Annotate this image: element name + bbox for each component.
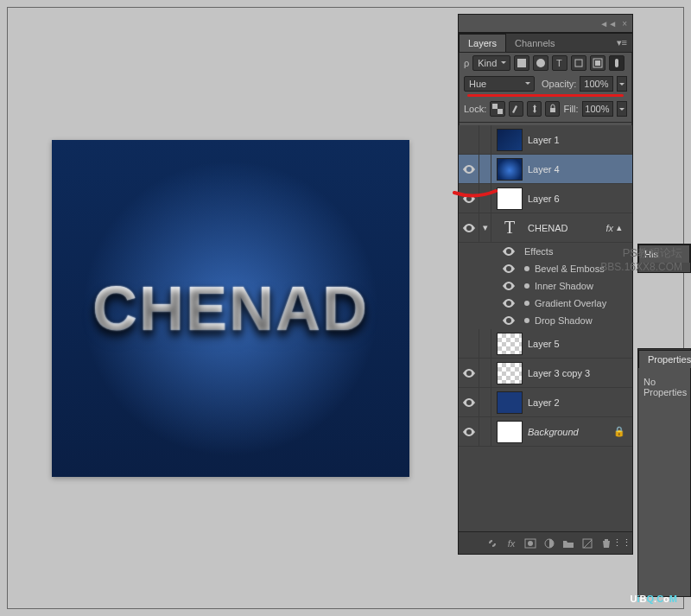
layer-name[interactable]: Layer 1 bbox=[528, 135, 632, 145]
brand-logo: UiBQ.CoM bbox=[631, 583, 677, 607]
effect-row[interactable]: Inner Shadow bbox=[498, 277, 632, 295]
lock-transparency-icon[interactable] bbox=[490, 101, 504, 117]
effect-name[interactable]: Gradient Overlay bbox=[535, 298, 606, 308]
new-layer-icon[interactable] bbox=[579, 535, 596, 552]
opacity-value[interactable]: 100% bbox=[580, 76, 612, 92]
visibility-toggle[interactable] bbox=[459, 125, 479, 154]
fx-icon[interactable]: fx bbox=[503, 535, 520, 552]
svg-rect-6 bbox=[615, 59, 618, 67]
tab-properties[interactable]: Properties bbox=[638, 350, 691, 368]
type-layer-icon[interactable]: T bbox=[497, 217, 523, 239]
layer-row[interactable]: Layer 5 bbox=[459, 329, 632, 359]
layer-name[interactable]: Layer 4 bbox=[528, 164, 632, 175]
effect-row[interactable]: Gradient Overlay bbox=[498, 295, 632, 312]
properties-body: No Properties bbox=[638, 368, 690, 406]
svg-rect-8 bbox=[498, 109, 503, 114]
layer-name[interactable]: Layer 6 bbox=[528, 194, 632, 204]
svg-rect-7 bbox=[492, 104, 498, 109]
layer-row[interactable]: Layer 3 copy 3 bbox=[459, 359, 632, 388]
layer-name[interactable]: Layer 5 bbox=[528, 339, 632, 349]
properties-panel: Properties No Properties bbox=[637, 348, 691, 597]
effect-row[interactable]: Drop Shadow bbox=[498, 312, 632, 329]
visibility-toggle[interactable] bbox=[459, 213, 479, 242]
watermark-line1: PS教程论坛 bbox=[600, 245, 682, 261]
svg-rect-9 bbox=[550, 108, 555, 112]
layer-name[interactable]: CHENAD bbox=[528, 223, 605, 233]
layer-thumbnail[interactable] bbox=[497, 362, 523, 384]
blend-mode-select[interactable]: Hue bbox=[464, 76, 535, 92]
layer-thumbnail[interactable] bbox=[497, 129, 523, 151]
expand-toggle[interactable]: ▾ bbox=[479, 213, 491, 242]
fill-dropdown[interactable] bbox=[617, 101, 627, 117]
svg-rect-3 bbox=[575, 60, 582, 67]
panel-tabs: Layers Channels ▾≡ bbox=[459, 34, 632, 53]
link-layers-icon[interactable] bbox=[484, 535, 501, 552]
fill-label: Fill: bbox=[563, 104, 578, 114]
visibility-toggle[interactable] bbox=[459, 359, 479, 387]
visibility-toggle[interactable] bbox=[459, 329, 479, 358]
collapse-icon[interactable]: ◄◄ bbox=[599, 19, 617, 29]
document-canvas[interactable]: CHENAD bbox=[52, 140, 409, 477]
mask-icon[interactable] bbox=[522, 535, 539, 552]
effect-name[interactable]: Inner Shadow bbox=[535, 281, 593, 291]
lock-pixels-icon[interactable] bbox=[509, 101, 523, 117]
layer-name[interactable]: Background bbox=[528, 427, 613, 437]
layers-list: Layer 1 Layer 4 Layer 6 ▾ T CHENAD fx ▴ … bbox=[459, 125, 632, 531]
visibility-toggle[interactable] bbox=[498, 260, 519, 277]
svg-text:T: T bbox=[556, 58, 562, 68]
layers-panel-footer: fx ⋮⋮ bbox=[459, 531, 632, 554]
layers-empty-area[interactable] bbox=[459, 447, 632, 531]
visibility-toggle[interactable] bbox=[459, 388, 479, 416]
lock-all-icon[interactable] bbox=[545, 101, 560, 117]
link-col bbox=[479, 155, 491, 183]
visibility-toggle[interactable] bbox=[459, 155, 479, 183]
effect-name[interactable]: Drop Shadow bbox=[535, 315, 593, 326]
group-icon[interactable] bbox=[560, 535, 577, 552]
layer-filter-row: ρ Kind T bbox=[459, 53, 632, 73]
layer-row[interactable]: Layer 1 bbox=[459, 125, 632, 155]
filter-adjust-icon[interactable] bbox=[533, 55, 548, 71]
filter-smart-icon[interactable] bbox=[590, 55, 605, 71]
effects-header: Effects bbox=[524, 246, 553, 257]
lock-position-icon[interactable] bbox=[527, 101, 542, 117]
layer-name[interactable]: Layer 3 copy 3 bbox=[528, 368, 632, 378]
fx-collapse-icon[interactable]: ▴ bbox=[617, 222, 627, 233]
adjustment-icon[interactable] bbox=[541, 535, 558, 552]
annotation-red-underline-2 bbox=[453, 187, 498, 196]
visibility-toggle[interactable] bbox=[498, 277, 519, 295]
visibility-toggle[interactable] bbox=[498, 295, 519, 312]
layer-thumbnail[interactable] bbox=[497, 158, 523, 181]
tab-channels[interactable]: Channels bbox=[506, 35, 563, 52]
filter-type-icon[interactable]: T bbox=[552, 55, 567, 71]
panel-titlebar[interactable]: ◄◄ × bbox=[458, 14, 633, 33]
fill-value[interactable]: 100% bbox=[582, 101, 614, 117]
layer-thumbnail[interactable] bbox=[497, 333, 523, 355]
opacity-dropdown[interactable] bbox=[617, 76, 627, 92]
layer-name[interactable]: Layer 2 bbox=[528, 397, 632, 408]
visibility-toggle[interactable] bbox=[459, 417, 479, 446]
bullet-icon bbox=[524, 283, 529, 289]
svg-point-11 bbox=[528, 541, 533, 546]
layer-row[interactable]: Layer 2 bbox=[459, 388, 632, 417]
panel-menu-icon[interactable]: ▾≡ bbox=[612, 34, 632, 52]
visibility-toggle[interactable] bbox=[498, 243, 519, 260]
svg-rect-13 bbox=[583, 539, 592, 548]
filter-toggle[interactable] bbox=[609, 55, 624, 71]
properties-empty bbox=[638, 406, 690, 596]
fx-badge[interactable]: fx bbox=[605, 223, 613, 233]
visibility-toggle[interactable] bbox=[498, 312, 519, 329]
tab-layers[interactable]: Layers bbox=[459, 34, 506, 52]
filter-kind-select[interactable]: Kind bbox=[472, 55, 510, 71]
close-icon[interactable]: × bbox=[622, 19, 627, 29]
layer-row[interactable]: Layer 4 bbox=[459, 155, 632, 184]
layer-thumbnail[interactable] bbox=[497, 421, 523, 443]
layer-thumbnail[interactable] bbox=[497, 391, 523, 414]
layer-row[interactable]: ▾ T CHENAD fx ▴ bbox=[459, 213, 632, 243]
effect-name[interactable]: Bevel & Emboss bbox=[535, 264, 605, 274]
filter-shape-icon[interactable] bbox=[571, 55, 586, 71]
bullet-icon bbox=[524, 318, 529, 323]
layer-thumbnail[interactable] bbox=[497, 187, 523, 210]
svg-point-1 bbox=[536, 59, 545, 67]
filter-pixel-icon[interactable] bbox=[514, 55, 529, 71]
layer-row[interactable]: Background 🔒 bbox=[459, 417, 632, 447]
